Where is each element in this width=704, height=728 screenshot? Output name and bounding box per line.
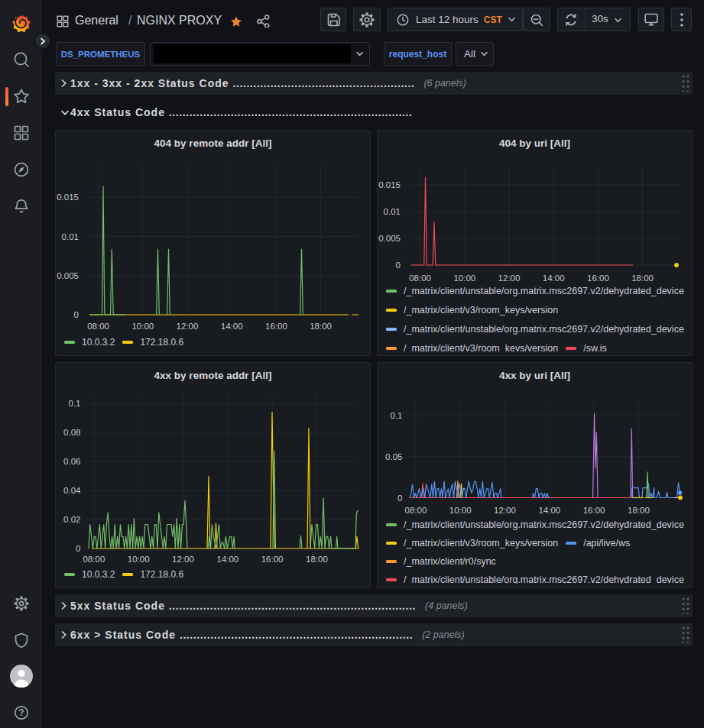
svg-text:?: ? [18, 707, 24, 718]
svg-text:08:00: 08:00 [87, 322, 109, 331]
svg-text:16:00: 16:00 [261, 555, 284, 564]
svg-text:12:00: 12:00 [172, 555, 194, 564]
svg-text:0.08: 0.08 [63, 428, 80, 437]
svg-text:16:00: 16:00 [265, 322, 287, 331]
svg-text:0: 0 [74, 310, 79, 319]
svg-text:0.1: 0.1 [69, 399, 81, 408]
svg-text:14:00: 14:00 [221, 322, 243, 331]
svg-text:14:00: 14:00 [216, 555, 238, 564]
svg-text:0.02: 0.02 [63, 515, 80, 524]
svg-text:10:00: 10:00 [131, 322, 154, 331]
svg-text:0.06: 0.06 [63, 457, 80, 466]
svg-text:0.005: 0.005 [57, 271, 79, 280]
svg-text:08:00: 08:00 [83, 555, 105, 564]
svg-text:0.015: 0.015 [57, 193, 79, 202]
svg-text:18:00: 18:00 [306, 555, 328, 564]
svg-text:18:00: 18:00 [310, 322, 332, 331]
svg-text:0.01: 0.01 [62, 232, 79, 241]
svg-text:0: 0 [76, 544, 80, 553]
svg-text:12:00: 12:00 [177, 322, 199, 331]
svg-text:10:00: 10:00 [128, 555, 150, 564]
svg-text:0.04: 0.04 [63, 486, 81, 495]
